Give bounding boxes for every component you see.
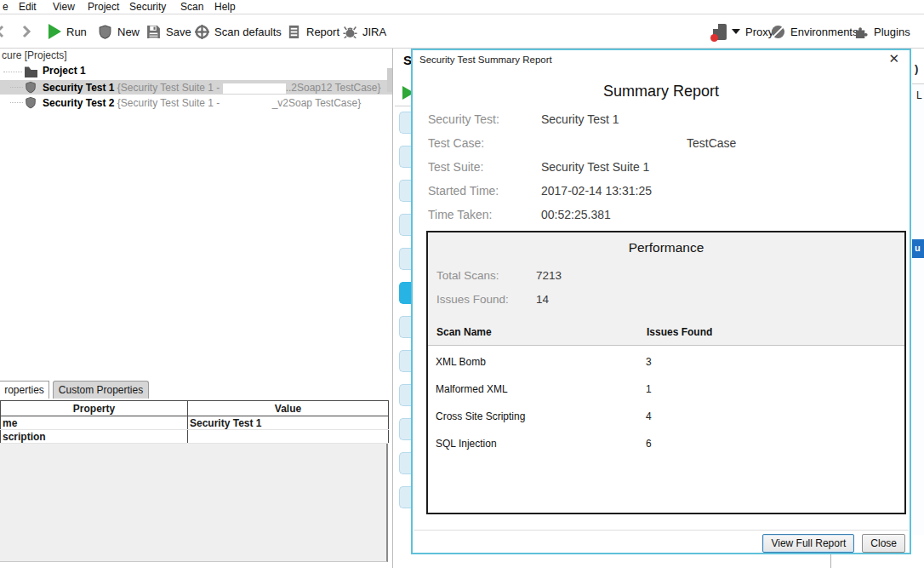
field-label-started-time: Started Time: (428, 184, 499, 198)
field-label-security-test: Security Test: (428, 112, 499, 126)
dialog-button-row: View Full Report Close (762, 534, 905, 553)
back-button[interactable] (0, 15, 6, 48)
field-value-started-time: 2017-02-14 13:31:25 (541, 184, 652, 198)
tree-node-security-test-2[interactable]: Security Test 2 {Security Test Suite 1 -… (0, 95, 393, 110)
menu-edit[interactable]: Edit (19, 1, 37, 13)
test-suite-prefix: {Security Test Suite 1 - (117, 97, 223, 109)
project-label: Project 1 (43, 65, 86, 77)
properties-empty-area (0, 444, 388, 562)
scan-name: Cross Site Scripting (436, 410, 525, 422)
properties-table: Property Value me Security Test 1 script… (0, 400, 389, 444)
scan-name: SQL Injection (436, 438, 497, 450)
shield-icon (25, 81, 37, 94)
background-tab[interactable] (399, 180, 411, 202)
table-row: scription (1, 430, 389, 444)
background-paren-fragment: ) (915, 62, 918, 75)
dialog-title: Security Test Summary Report (419, 55, 552, 65)
col-header-scan-name: Scan Name (436, 326, 492, 338)
background-tab[interactable] (399, 452, 411, 474)
background-tab-selected[interactable] (399, 282, 411, 304)
forward-button[interactable] (20, 15, 32, 48)
property-value-cell[interactable]: Security Test 1 (188, 416, 389, 430)
background-tab[interactable] (399, 214, 411, 236)
test-name: Security Test 2 (43, 97, 114, 109)
tree-root-label: cure [Projects] (2, 49, 67, 61)
environments-icon (771, 25, 785, 39)
menu-bar: e Edit View Project Security Scan Help (0, 0, 924, 14)
total-scans-label: Total Scans: (436, 269, 499, 282)
field-label-time-taken: Time Taken: (428, 208, 492, 221)
tree-node-security-test-1[interactable]: Security Test 1 {Security Test Suite 1 -… (0, 80, 393, 95)
new-button[interactable]: New (98, 15, 140, 48)
view-full-report-button[interactable]: View Full Report (762, 534, 854, 553)
plugins-button[interactable]: Plugins (854, 15, 910, 48)
background-tab[interactable] (399, 350, 411, 372)
summary-report-dialog: Security Test Summary Report ✕ Summary R… (411, 49, 911, 554)
background-tab[interactable] (399, 248, 411, 270)
background-tab[interactable] (399, 316, 411, 338)
proxy-icon (713, 24, 727, 40)
tab-properties-label: roperties (4, 384, 44, 396)
scan-defaults-button[interactable]: Scan defaults (195, 15, 282, 48)
environments-button[interactable]: Environments (771, 15, 858, 48)
field-label-test-suite: Test Suite: (428, 160, 483, 174)
tree-node-project[interactable]: Project 1 (0, 65, 393, 79)
bug-icon (343, 25, 357, 39)
play-icon[interactable] (402, 86, 411, 100)
plugins-label: Plugins (874, 26, 910, 38)
menu-help[interactable]: Help (214, 1, 236, 13)
tab-properties[interactable]: roperties (0, 381, 49, 399)
forward-icon (20, 25, 32, 38)
properties-panel: roperties Custom Properties Property Val… (0, 381, 393, 564)
property-name-cell: me (1, 416, 188, 430)
field-value-test-case: TestCase (687, 136, 736, 150)
report-button[interactable]: Report (287, 15, 339, 48)
background-tab[interactable] (399, 146, 411, 168)
caret-down-icon (732, 29, 740, 34)
test-name: Security Test 1 (43, 82, 114, 94)
scan-issues: 6 (646, 438, 652, 450)
summary-report-heading: Summary Report (413, 83, 910, 100)
shield-icon (25, 96, 37, 109)
property-value-cell[interactable] (188, 430, 389, 444)
close-button[interactable]: Close (862, 534, 905, 553)
proxy-button[interactable]: Proxy (713, 15, 773, 48)
background-selected-item-fragment: u (912, 239, 924, 258)
document-icon (287, 25, 301, 39)
new-label: New (117, 26, 140, 38)
menu-scan[interactable]: Scan (180, 1, 203, 13)
background-tab[interactable] (399, 384, 411, 406)
background-tab[interactable] (399, 418, 411, 440)
scan-issues: 3 (646, 356, 652, 368)
table-row: me Security Test 1 (1, 416, 389, 430)
field-value-time-taken: 00:52:25.381 (541, 208, 611, 221)
back-icon (0, 25, 6, 38)
save-button[interactable]: Save (146, 15, 191, 48)
menu-project[interactable]: Project (88, 1, 119, 13)
background-editor-right-sliver: ) L u (912, 49, 924, 568)
footer-separator (414, 530, 909, 531)
field-label-test-case: Test Case: (428, 136, 484, 150)
background-l-fragment: L (916, 89, 922, 101)
tree-root-projects[interactable]: cure [Projects] (0, 49, 393, 64)
col-header-property: Property (1, 401, 188, 416)
field-value-test-suite: Security Test Suite 1 (541, 160, 649, 174)
issues-found-value: 14 (536, 293, 549, 306)
scan-name: Malformed XML (436, 383, 508, 395)
background-tab[interactable] (399, 112, 411, 134)
total-scans-value: 7213 (536, 269, 562, 282)
redaction (223, 83, 286, 94)
menu-file-partial[interactable]: e (3, 1, 9, 13)
issues-found-label: Issues Found: (436, 293, 509, 306)
menu-view[interactable]: View (53, 1, 75, 13)
jira-button[interactable]: JIRA (343, 15, 386, 48)
test-suite-prefix: {Security Test Suite 1 - (117, 82, 223, 94)
background-tab[interactable] (399, 486, 411, 508)
close-icon[interactable]: ✕ (888, 51, 899, 66)
background-divider-fragment (830, 554, 831, 568)
menu-security[interactable]: Security (129, 1, 166, 13)
environments-label: Environments (790, 26, 858, 38)
run-button[interactable]: Run (48, 15, 87, 48)
tab-custom-properties[interactable]: Custom Properties (53, 381, 149, 399)
run-label: Run (66, 26, 87, 38)
